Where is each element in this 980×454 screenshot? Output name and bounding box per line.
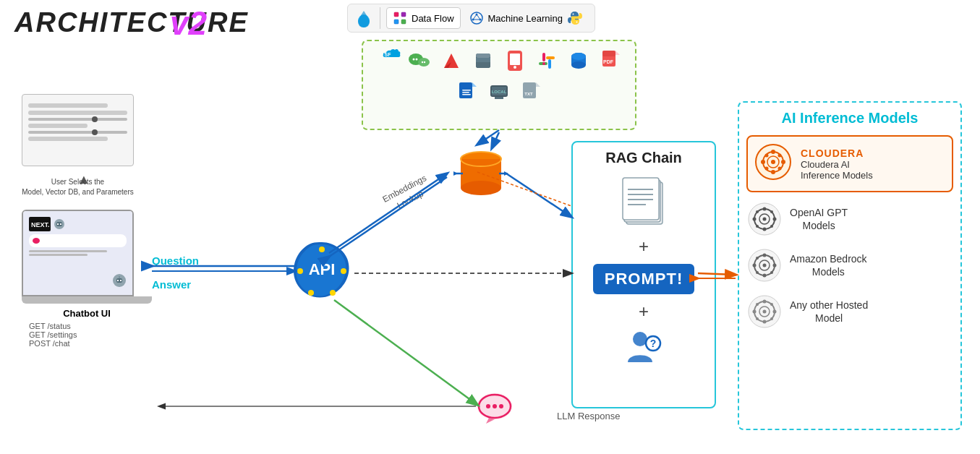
svg-rect-3 [394, 20, 399, 24]
slack-icon [533, 47, 561, 74]
svg-point-135 [756, 303, 759, 306]
doc-rag-svg [621, 174, 668, 228]
svg-rect-25 [476, 58, 490, 62]
cloudera-sub-text: Cloudera AIInference Models [801, 159, 873, 181]
chat-bubble-bottom [476, 392, 514, 427]
chat-icon-small [32, 237, 41, 244]
vector-db-svg [452, 148, 510, 202]
svg-text:?: ? [649, 338, 656, 349]
svg-rect-4 [401, 20, 406, 24]
rag-doc-icon [580, 174, 707, 231]
cloudera-text: CLOUDERA Cloudera AIInference Models [801, 147, 873, 181]
azure-icon [438, 47, 465, 74]
openai-icon [746, 201, 783, 237]
svg-point-124 [770, 257, 773, 260]
svg-text:API: API [309, 260, 336, 278]
svg-point-136 [770, 303, 773, 306]
svg-rect-66 [117, 280, 119, 281]
storage-icon [469, 47, 497, 74]
embeddings-label: EmbeddingsLookup [380, 172, 435, 216]
svg-text:NEXT.: NEXT. [31, 221, 50, 228]
svg-line-149 [506, 174, 571, 217]
cloudera-logo-text: CLOUDERA [801, 147, 873, 159]
svg-point-131 [763, 300, 767, 304]
svg-point-145 [499, 404, 503, 408]
svg-point-98 [781, 160, 785, 164]
dataflow-label: Data Flow [412, 13, 454, 24]
svg-rect-30 [542, 53, 545, 61]
svg-line-155 [334, 300, 477, 405]
svg-point-107 [763, 207, 767, 211]
chatbot-label: Chatbot UI [22, 308, 152, 319]
user-question-icon: ? [580, 327, 707, 370]
svg-point-38 [571, 61, 586, 69]
cloudera-brain-icon [754, 142, 793, 185]
laptop-frame: NEXT. [22, 210, 134, 296]
other-model-label: Any other HostedModel [790, 299, 868, 325]
cloudera-card: CLOUDERA Cloudera AIInference Models [746, 135, 953, 192]
svg-rect-51 [495, 97, 503, 99]
slider-track-2 [28, 131, 127, 134]
bedrock-icon [746, 247, 783, 283]
svg-rect-35 [548, 59, 551, 62]
svg-rect-42 [602, 51, 615, 56]
panel-line-4 [28, 137, 108, 141]
ai-panel-title: AI Inference Models [746, 110, 953, 127]
svg-marker-21 [444, 53, 459, 68]
svg-point-144 [493, 404, 497, 408]
rag-chain-title: RAG Chain [580, 150, 707, 166]
svg-marker-82 [453, 171, 458, 176]
svg-point-101 [765, 167, 769, 171]
svg-point-111 [756, 210, 759, 213]
svg-point-134 [773, 310, 777, 314]
endpoint-get-settings: GET /settings [29, 330, 152, 339]
svg-point-102 [778, 167, 782, 171]
svg-point-109 [753, 218, 757, 221]
python-icon [567, 10, 583, 26]
svg-text:LOCAL: LOCAL [492, 90, 507, 94]
svg-point-20 [424, 61, 425, 63]
svg-point-138 [770, 317, 773, 320]
svg-point-96 [771, 170, 775, 174]
panel-slider-2 [28, 131, 127, 134]
toolbar-divider [380, 7, 380, 29]
svg-point-12 [572, 14, 574, 15]
svg-rect-34 [542, 62, 545, 65]
next-logo-small: NEXT. [29, 217, 51, 231]
svg-text:PDF: PDF [603, 59, 614, 64]
svg-point-108 [763, 228, 767, 231]
svg-rect-68 [119, 276, 120, 278]
other-model-row: Any other HostedModel [746, 294, 953, 330]
ml-icon [469, 11, 484, 25]
panel-line-2 [28, 111, 127, 115]
chat-bubble-svg [476, 392, 514, 424]
svg-point-121 [753, 264, 757, 267]
svg-marker-81 [504, 171, 508, 176]
ml-btn[interactable]: Machine Learning [464, 7, 589, 29]
openai-label: OpenAI GPTModels [790, 206, 848, 232]
cloudera-brain-svg [754, 142, 793, 182]
svg-point-100 [778, 154, 782, 158]
bedrock-row: Amazon BedrockModels [746, 247, 953, 283]
dataflow-btn[interactable]: Data Flow [386, 7, 461, 29]
svg-line-157 [492, 132, 499, 148]
svg-point-122 [773, 264, 777, 267]
user-select-label: User Selects theModel, Vector DB, and Pa… [22, 177, 134, 197]
svg-point-116 [763, 218, 767, 221]
openai-row: OpenAI GPTModels [746, 201, 953, 237]
prompt-badge: PROMPT! [593, 264, 694, 294]
phone-icon [501, 47, 529, 74]
laptop-screen: NEXT. [23, 211, 132, 295]
title-v2: v2 [170, 4, 207, 43]
svg-rect-28 [510, 53, 520, 65]
doc-icon [453, 79, 481, 106]
svg-point-70 [319, 247, 325, 252]
bedrock-label: Amazon BedrockModels [790, 252, 867, 278]
svg-rect-2 [401, 12, 406, 17]
api-hub: API [289, 239, 354, 307]
wechat-icon [406, 47, 433, 74]
slider-track-1 [28, 118, 127, 121]
svg-point-19 [422, 61, 423, 63]
svg-point-133 [753, 310, 757, 314]
data-sources-box: SF [362, 40, 636, 130]
